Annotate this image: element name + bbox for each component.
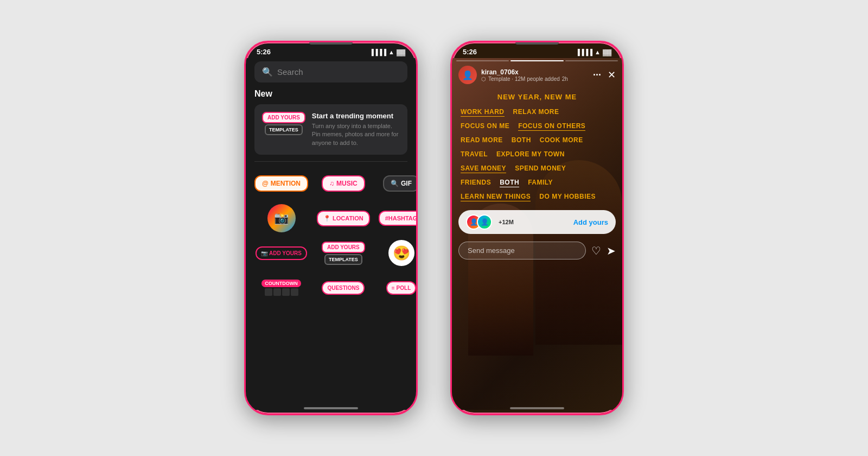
ay-count: +12M	[499, 219, 514, 225]
templates-top: ADD YOURS	[322, 242, 365, 253]
search-placeholder: Search	[277, 67, 303, 77]
tag-explore-town[interactable]: EXPLORE MY TOWN	[496, 150, 565, 159]
battery-icon: ▓▓	[397, 49, 405, 55]
wifi-icon-2: ▲	[595, 49, 601, 55]
signal-icon-2: ▐▐▐▐	[576, 49, 592, 55]
close-icon[interactable]: ✕	[608, 69, 616, 81]
add-yours-bar[interactable]: 👤 👤 +12M Add yours	[458, 210, 616, 234]
gif-label: GIF	[401, 180, 412, 187]
music-label: MUSIC	[336, 180, 358, 187]
story-content: 👤 kiran_0706x ⬡ Template · 12M people ad…	[452, 58, 622, 410]
add-yours-button[interactable]: Add yours	[573, 218, 608, 226]
sticker-questions[interactable]: QUESTIONS	[317, 275, 370, 301]
sticker-location[interactable]: 📍 LOCATION	[317, 205, 370, 231]
message-placeholder: Send message	[468, 246, 515, 255]
gif-icon: 🔍	[391, 180, 399, 187]
share-icon[interactable]: ➤	[607, 244, 616, 257]
questions-label: QUESTIONS	[327, 285, 359, 291]
tag-row-6: FRIENDS BOTH FAMILY	[461, 176, 614, 189]
story-actions: ··· ✕	[593, 69, 616, 81]
tag-row-3: READ MORE BOTH COOK MORE	[461, 134, 614, 147]
story-meta: ⬡ Template · 12M people added 2h	[481, 76, 589, 82]
divider	[254, 161, 407, 162]
tag-work-hard[interactable]: WORK HARD	[461, 108, 505, 117]
phone-story-viewer: 5:26 ▐▐▐▐ ▲ ▓▓ 👤 kiran_0706x ⬡ Temp	[450, 41, 624, 415]
progress-1	[456, 60, 509, 61]
tag-row-4: TRAVEL EXPLORE MY TOWN	[461, 148, 614, 161]
status-icons-2: ▐▐▐▐ ▲ ▓▓	[576, 49, 611, 55]
newyear-tag: NEW YEAR, NEW ME	[452, 87, 622, 104]
newyear-text: NEW YEAR, NEW ME	[497, 93, 577, 101]
story-username[interactable]: kiran_0706x	[481, 68, 589, 76]
tag-row-7: LEARN NEW THINGS DO MY HOBBIES	[461, 191, 614, 204]
sticker-emoji[interactable]: 😍	[379, 240, 416, 266]
tag-focus-on-others[interactable]: FOCUS ON OTHERS	[518, 122, 585, 131]
countdown-box-4	[291, 288, 298, 296]
tag-hobbies[interactable]: DO MY HOBBIES	[539, 193, 596, 201]
add-yours-bottom: TEMPLATES	[265, 124, 303, 135]
sticker-mention[interactable]: @ MENTION	[254, 170, 308, 197]
story-meta-text: Template · 12M people added	[488, 76, 560, 82]
phone-sticker-picker: 5:26 ▐▐▐▐ ▲ ▓▓ 🔍 Search New ADD YOURS TE…	[244, 41, 418, 415]
search-icon: 🔍	[262, 67, 273, 77]
progress-2	[510, 60, 563, 61]
template-title: Start a trending moment	[312, 112, 400, 120]
tag-save-money[interactable]: SAVE MONEY	[461, 164, 506, 173]
story-bottom-bar: Send message ♡ ➤	[452, 238, 622, 264]
status-time-1: 5:26	[257, 48, 271, 56]
tag-both-2[interactable]: BOTH	[500, 179, 519, 187]
hashtag-label: #HASHTAG	[385, 215, 416, 221]
tag-learn-new[interactable]: LEARN NEW THINGS	[461, 193, 531, 201]
sticker-avatar[interactable]: 📸	[254, 205, 308, 231]
wifi-icon: ▲	[388, 49, 394, 55]
battery-icon-2: ▓▓	[603, 49, 611, 55]
progress-3	[565, 60, 618, 61]
countdown-box-1	[265, 288, 272, 296]
tag-friends[interactable]: FRIENDS	[461, 179, 491, 187]
story-progress-bars	[452, 58, 622, 62]
status-bar-2: 5:26 ▐▐▐▐ ▲ ▓▓	[452, 42, 622, 58]
sticker-picker-content: 🔍 Search New ADD YOURS TEMPLATES Start a…	[246, 58, 416, 410]
tag-row-2: FOCUS ON ME FOCUS ON OTHERS	[461, 120, 614, 133]
tag-relax-more[interactable]: RELAX MORE	[513, 108, 559, 117]
countdown-boxes	[265, 288, 298, 296]
tag-cook-more[interactable]: COOK MORE	[540, 136, 583, 145]
mention-icon: @	[262, 180, 269, 187]
story-user-info: kiran_0706x ⬡ Template · 12M people adde…	[481, 68, 589, 82]
tag-both-1[interactable]: BOTH	[512, 136, 531, 145]
tag-family[interactable]: FAMILY	[528, 179, 553, 187]
template-card[interactable]: ADD YOURS TEMPLATES Start a trending mom…	[254, 104, 407, 155]
poll-label: POLL	[397, 285, 411, 291]
sticker-add-yours[interactable]: 📷 ADD YOURS	[254, 240, 308, 266]
tag-row-1: WORK HARD RELAX MORE	[461, 106, 614, 119]
tag-spend-money[interactable]: SPEND MONEY	[515, 164, 566, 173]
countdown-box-2	[273, 288, 281, 296]
mention-label: MENTION	[271, 180, 301, 187]
template-icon: ⬡	[481, 76, 486, 82]
more-options-icon[interactable]: ···	[593, 69, 601, 81]
story-header: 👤 kiran_0706x ⬡ Template · 12M people ad…	[452, 62, 622, 87]
sticker-countdown[interactable]: COUNTDOWN	[254, 275, 308, 301]
signal-icon: ▐▐▐▐	[369, 49, 386, 55]
tag-travel[interactable]: TRAVEL	[461, 150, 488, 159]
music-icon: ♫	[329, 180, 334, 187]
poll-icon: ≡	[392, 285, 395, 291]
add-yours-avatars: 👤 👤	[466, 214, 488, 230]
location-icon: 📍	[323, 215, 331, 222]
tag-read-more[interactable]: READ MORE	[461, 136, 503, 145]
home-indicator-1	[304, 407, 358, 409]
add-yours-sticker: ADD YOURS TEMPLATES	[262, 112, 305, 135]
sticker-templates[interactable]: ADD YOURS TEMPLATES	[317, 240, 370, 266]
sticker-poll[interactable]: ≡ POLL	[379, 275, 416, 301]
sticker-music[interactable]: ♫ MUSIC	[317, 170, 370, 197]
status-bar-1: 5:26 ▐▐▐▐ ▲ ▓▓	[246, 42, 416, 58]
search-bar[interactable]: 🔍 Search	[254, 61, 407, 83]
addyours-label: ADD YOURS	[269, 250, 302, 256]
message-input[interactable]: Send message	[458, 242, 586, 259]
template-text: Start a trending moment Turn any story i…	[312, 112, 400, 147]
sticker-gif[interactable]: 🔍 GIF	[379, 170, 416, 197]
like-icon[interactable]: ♡	[591, 244, 601, 257]
tag-focus-on-me[interactable]: FOCUS ON ME	[461, 122, 509, 131]
status-icons-1: ▐▐▐▐ ▲ ▓▓	[369, 49, 405, 55]
sticker-hashtag[interactable]: #HASHTAG	[379, 205, 416, 231]
